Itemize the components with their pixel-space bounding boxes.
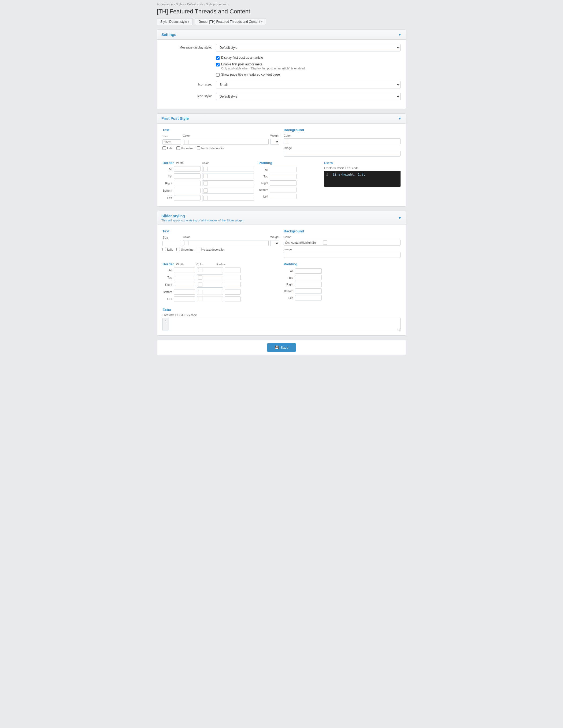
fp-border-color-input-all[interactable] <box>208 167 230 170</box>
fp-border-width-top[interactable] <box>174 173 201 179</box>
slider-extra-textarea[interactable] <box>169 318 400 331</box>
text-weight-select[interactable] <box>270 139 279 145</box>
slider-padding-input-top[interactable] <box>295 275 322 280</box>
fp-padding-input-right[interactable] <box>270 180 297 186</box>
icon-size-select[interactable]: Small <box>216 81 401 88</box>
slider-text-bg-grid: Text Size Color <box>162 229 401 258</box>
underline-checkbox-wrap[interactable]: Underline <box>176 146 194 150</box>
slider-border-radius-right[interactable] <box>225 282 241 287</box>
slider-border-width-right[interactable] <box>174 282 195 287</box>
slider-italic-checkbox[interactable] <box>162 248 166 251</box>
breadcrumb-sep: › <box>174 3 175 6</box>
italic-checkbox[interactable] <box>162 146 166 150</box>
fp-border-color-input-right[interactable] <box>208 182 230 185</box>
checkbox3-input[interactable] <box>216 73 220 77</box>
bg-color-input[interactable] <box>290 140 317 143</box>
fp-border-width-left[interactable] <box>174 195 201 200</box>
group-dropdown-button[interactable]: Group: [TH] Featured Threads and Content… <box>195 18 266 25</box>
slider-padding-input-all[interactable] <box>295 268 322 274</box>
fp-padding-row-bottom: Bottom <box>258 187 320 192</box>
fp-border-color-swatch-bottom[interactable] <box>202 188 254 194</box>
checkbox1-input[interactable] <box>216 56 220 60</box>
slider-italic-wrap[interactable]: Italic <box>162 248 173 251</box>
settings-chevron-icon[interactable]: ▼ <box>398 32 402 37</box>
fp-border-color-swatch-right[interactable] <box>202 180 254 186</box>
slider-border-color-input-top[interactable] <box>203 276 222 279</box>
breadcrumb-item-appearance[interactable]: Appearance <box>157 3 173 6</box>
style-dropdown-button[interactable]: Style: Default style ▾ <box>157 18 193 25</box>
fp-padding-input-left[interactable] <box>270 194 297 199</box>
slider-bg-color-text-input[interactable] <box>285 241 323 244</box>
slider-padding-label-bottom: Bottom <box>284 289 293 293</box>
slider-underline-checkbox[interactable] <box>176 248 180 251</box>
breadcrumb-item-styles[interactable]: Styles <box>176 3 184 6</box>
extra-subsection: Extra Freeform CSS/LESS code 1 line-heig… <box>324 161 401 202</box>
padding-title: Padding <box>258 161 320 165</box>
slider-border-radius-header: Radius <box>216 263 225 266</box>
fp-border-color-input-top[interactable] <box>208 174 230 178</box>
slider-no-decoration-wrap[interactable]: No text decoration <box>197 248 225 251</box>
no-decoration-checkbox-wrap[interactable]: No text decoration <box>197 146 225 150</box>
slider-bg-color-swatch[interactable] <box>284 240 401 246</box>
slider-no-decoration-checkbox[interactable] <box>197 248 200 251</box>
slider-border-width-all[interactable] <box>174 268 195 273</box>
first-post-chevron-icon[interactable]: ▼ <box>398 116 402 121</box>
bg-image-input[interactable] <box>284 151 401 157</box>
underline-checkbox[interactable] <box>176 146 180 150</box>
slider-border-width-top[interactable] <box>174 275 195 280</box>
fp-padding-input-bottom[interactable] <box>270 187 297 192</box>
fp-border-color-swatch-left[interactable] <box>202 195 254 201</box>
checkbox2-input[interactable] <box>216 63 220 66</box>
slider-border-radius-top[interactable] <box>225 275 241 280</box>
slider-border-radius-bottom[interactable] <box>225 289 241 295</box>
slider-code-editor[interactable]: 1 <box>162 318 401 331</box>
slider-padding-input-right[interactable] <box>295 282 322 287</box>
fp-padding-input-top[interactable] <box>270 174 297 179</box>
no-decoration-checkbox[interactable] <box>197 146 200 150</box>
fp-border-label-bottom: Bottom <box>162 189 172 192</box>
slider-underline-wrap[interactable]: Underline <box>176 248 194 251</box>
slider-border-radius-left[interactable] <box>225 296 241 302</box>
icon-style-wrap: Default style <box>216 93 401 100</box>
style-dropdown-label: Style: Default style <box>160 20 187 24</box>
fp-border-color-input-left[interactable] <box>208 196 230 199</box>
fp-padding-input-all[interactable] <box>270 167 297 172</box>
slider-padding-input-bottom[interactable] <box>295 288 322 294</box>
slider-border-color-input-all[interactable] <box>203 269 222 272</box>
slider-border-color-swatch-bottom[interactable] <box>197 289 223 295</box>
slider-color-swatch[interactable] <box>183 240 269 246</box>
save-button[interactable]: 💾 Save <box>267 343 296 352</box>
fp-border-color-input-bottom[interactable] <box>208 189 230 192</box>
slider-padding-row-right: Right <box>284 282 401 287</box>
text-color-swatch[interactable] <box>183 139 269 145</box>
slider-border-color-swatch-right[interactable] <box>197 282 223 288</box>
slider-border-width-left[interactable] <box>174 296 195 302</box>
slider-border-color-input-right[interactable] <box>203 283 222 286</box>
slider-color-input[interactable] <box>189 242 210 245</box>
slider-border-width-bottom[interactable] <box>174 289 195 295</box>
slider-border-color-swatch-all[interactable] <box>197 267 223 273</box>
slider-border-color-swatch-left[interactable] <box>197 296 223 302</box>
fp-border-width-right[interactable] <box>174 181 201 186</box>
fp-code-editor[interactable]: 1 line-height: 1.8; <box>324 171 401 187</box>
message-display-select[interactable]: Default style <box>216 44 401 51</box>
slider-border-color-input-left[interactable] <box>203 298 222 301</box>
slider-border-label-bottom: Bottom <box>162 290 172 294</box>
slider-chevron-icon[interactable]: ▼ <box>398 216 402 220</box>
italic-checkbox-wrap[interactable]: Italic <box>162 146 173 150</box>
fp-border-width-all[interactable] <box>174 166 201 172</box>
slider-border-color-input-bottom[interactable] <box>203 290 222 294</box>
slider-border-color-swatch-top[interactable] <box>197 274 223 280</box>
slider-size-input[interactable] <box>162 241 181 246</box>
slider-weight-select[interactable] <box>270 240 279 246</box>
slider-padding-input-left[interactable] <box>295 295 322 300</box>
slider-bg-image-input[interactable] <box>284 252 401 258</box>
fp-border-color-swatch-top[interactable] <box>202 173 254 179</box>
bg-color-swatch[interactable] <box>284 138 401 144</box>
slider-border-radius-all[interactable] <box>225 268 241 273</box>
fp-border-color-swatch-all[interactable] <box>202 166 254 172</box>
icon-style-select[interactable]: Default style <box>216 93 401 100</box>
text-size-input[interactable] <box>162 139 181 145</box>
text-color-input[interactable] <box>189 140 210 143</box>
fp-border-width-bottom[interactable] <box>174 188 201 193</box>
